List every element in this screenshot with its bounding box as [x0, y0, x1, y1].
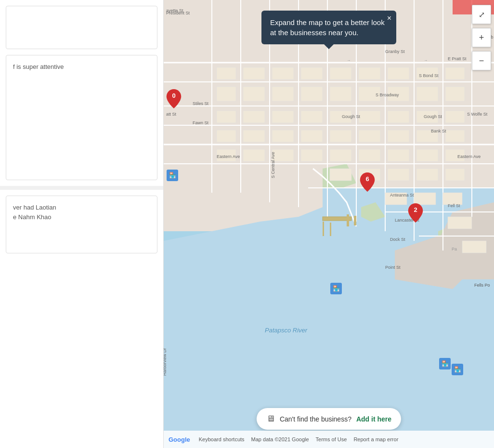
svg-rect-53	[388, 111, 409, 123]
svg-rect-30	[243, 67, 265, 79]
expand-map-button[interactable]: ⤢	[472, 5, 491, 24]
svg-rect-32	[301, 67, 323, 79]
svg-rect-35	[388, 67, 409, 79]
svg-rect-52	[359, 111, 380, 123]
svg-text:E Pratt St: E Pratt St	[448, 56, 467, 61]
map-marker-2[interactable]: 2	[408, 203, 423, 223]
map-footer: Google Keyboard shortcuts Map data ©2021…	[164, 431, 494, 448]
svg-text:S Central Ave: S Central Ave	[271, 152, 275, 178]
terms-of-use-link[interactable]: Terms of Use	[316, 436, 347, 442]
svg-text:S Bond St: S Bond St	[419, 73, 439, 78]
marker-number-6: 6	[365, 175, 369, 183]
review-card-1: f is super attentive	[6, 55, 157, 180]
svg-rect-87	[323, 222, 324, 236]
svg-text:Fell St: Fell St	[448, 203, 460, 208]
blue-marker-4[interactable]	[452, 364, 463, 375]
blue-marker-2[interactable]	[330, 283, 342, 294]
svg-text:Granby St: Granby St	[385, 49, 405, 54]
svg-rect-34	[359, 67, 380, 79]
google-logo: Google	[169, 436, 190, 443]
svg-text:Anteanna St: Anteanna St	[390, 193, 414, 198]
svg-rect-45	[416, 87, 438, 101]
tooltip-close-button[interactable]: ×	[387, 14, 391, 22]
svg-rect-66	[243, 149, 265, 161]
svg-rect-31	[272, 67, 294, 79]
map-canvas[interactable]: → → ayette St E Pratt St Granby St S Bon…	[164, 0, 494, 448]
svg-text:S Broadway: S Broadway	[376, 92, 399, 97]
svg-rect-46	[445, 87, 465, 101]
svg-rect-69	[330, 149, 351, 161]
map-controls: ⤢ + −	[472, 5, 491, 74]
svg-text:President St: President St	[166, 11, 190, 15]
add-business-link[interactable]: Add it here	[356, 415, 391, 423]
blue-marker-1[interactable]	[167, 170, 178, 181]
svg-text:Point St: Point St	[385, 265, 401, 270]
svg-text:Harborview Dr: Harborview Dr	[164, 348, 167, 376]
svg-text:Fawn St: Fawn St	[193, 120, 209, 125]
zoom-out-button[interactable]: −	[472, 51, 491, 70]
svg-rect-48	[243, 111, 265, 123]
svg-text:Eastern Ave: Eastern Ave	[217, 154, 240, 159]
svg-rect-42	[330, 87, 351, 101]
top-card	[6, 6, 157, 49]
svg-rect-38	[217, 87, 236, 101]
map-svg: → → ayette St E Pratt St Granby St S Bon…	[164, 0, 494, 448]
left-panel: f is super attentive ver had Laotian e N…	[0, 0, 164, 448]
svg-rect-56	[217, 130, 236, 142]
report-error-link[interactable]: Report a map error	[353, 436, 398, 442]
svg-text:Gough St: Gough St	[342, 114, 361, 119]
svg-rect-82	[448, 217, 472, 229]
svg-rect-70	[359, 149, 380, 161]
svg-rect-37	[445, 67, 465, 79]
svg-rect-64	[445, 130, 465, 142]
svg-rect-72	[416, 149, 438, 161]
bottom-bar: 🖥 Can't find the business? Add it here	[257, 408, 401, 430]
svg-text:→: →	[424, 58, 428, 63]
svg-text:→: →	[347, 58, 351, 63]
svg-rect-39	[243, 87, 265, 101]
svg-rect-50	[301, 111, 323, 123]
marker-number-2: 2	[414, 206, 417, 213]
svg-rect-61	[359, 130, 380, 142]
map-data-text: Map data ©2021 Google	[251, 436, 309, 442]
blue-marker-3[interactable]	[439, 358, 451, 369]
svg-rect-76	[388, 169, 409, 181]
svg-rect-55	[445, 111, 465, 123]
svg-rect-33	[330, 67, 351, 79]
svg-text:Eastern Ave: Eastern Ave	[457, 154, 481, 159]
svg-text:att St: att St	[166, 112, 177, 117]
svg-text:Pa: Pa	[452, 247, 457, 251]
svg-rect-49	[272, 111, 294, 123]
svg-text:Bank St: Bank St	[431, 129, 446, 133]
map-marker-6[interactable]: 6	[360, 172, 375, 192]
svg-rect-57	[243, 130, 265, 142]
review-text-1: f is super attentive	[13, 62, 150, 72]
svg-rect-29	[217, 67, 236, 79]
svg-rect-62	[388, 130, 409, 142]
keyboard-shortcuts-link[interactable]: Keyboard shortcuts	[199, 436, 245, 442]
svg-rect-86	[354, 216, 356, 225]
svg-rect-77	[416, 169, 438, 181]
svg-rect-59	[301, 130, 323, 142]
svg-rect-47	[217, 111, 236, 123]
svg-rect-71	[388, 149, 409, 161]
zoom-in-button[interactable]: +	[472, 28, 491, 47]
review-text-2b: e Nahm Khao	[13, 212, 150, 222]
review-text-2a: ver had Laotian	[13, 203, 150, 212]
svg-rect-60	[330, 130, 351, 142]
marker-number-0: 0	[172, 92, 175, 99]
bottom-bar-text: Can't find the business?	[280, 415, 351, 423]
svg-rect-74	[330, 169, 351, 181]
map-marker-0[interactable]: 0	[166, 89, 182, 108]
svg-rect-40	[272, 87, 294, 101]
map-tooltip: × Expand the map to get a better look at…	[261, 11, 396, 44]
svg-rect-85	[347, 214, 349, 226]
svg-text:Dock St: Dock St	[390, 237, 405, 242]
bottom-bar-icon: 🖥	[266, 414, 275, 424]
svg-text:Fells Po: Fells Po	[474, 283, 490, 288]
svg-rect-83	[462, 241, 486, 253]
section-divider	[0, 186, 163, 190]
svg-rect-78	[445, 169, 465, 181]
svg-rect-58	[272, 130, 294, 142]
review-card-2: ver had Laotian e Nahm Khao	[6, 196, 157, 253]
